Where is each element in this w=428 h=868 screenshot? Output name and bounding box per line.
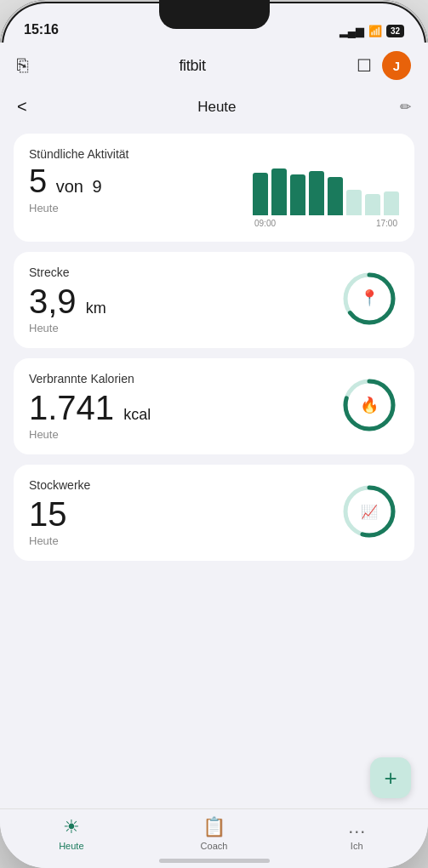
hourly-left: 5 von 9 Heute	[29, 164, 102, 214]
distance-card[interactable]: Strecke 3,9 km Heute 📍	[14, 252, 414, 348]
calories-progress: 🔥	[340, 375, 399, 438]
app-title: fitbit	[179, 57, 205, 75]
scroll-content: Stündliche Aktivität 5 von 9 Heute	[0, 128, 428, 808]
time-end: 17:00	[376, 219, 397, 228]
header: ⎘ fitbit ☐ J	[0, 43, 428, 89]
status-icons: ▂▄▆ 📶 32	[340, 25, 404, 37]
phone-frame: 15:16 ▂▄▆ 📶 32 ⎘ fitbit ☐ J < Heute ✏	[0, 0, 428, 868]
floors-card[interactable]: Stockwerke 15 Heute 📈	[14, 465, 414, 561]
signal-icon: ▂▄▆	[340, 25, 364, 37]
svg-text:🔥: 🔥	[360, 396, 379, 414]
coach-icon: 📋	[203, 816, 225, 838]
hourly-title: Stündliche Aktivität	[29, 147, 399, 161]
fab-button[interactable]: +	[370, 757, 411, 798]
wifi-icon: 📶	[368, 25, 382, 37]
floors-progress: 📈	[340, 482, 399, 545]
calories-number: 1.741	[29, 389, 114, 426]
bar-1	[253, 173, 268, 215]
bars-container	[253, 164, 399, 215]
svg-text:📍: 📍	[360, 288, 379, 307]
header-icons: ☐ J	[357, 51, 411, 80]
hourly-content: 5 von 9 Heute	[29, 164, 399, 228]
hourly-right: 09:00 17:00	[253, 164, 399, 228]
distance-unit: km	[86, 300, 106, 317]
nav-heute[interactable]: ☀ Heute	[0, 816, 143, 851]
messages-icon[interactable]: ☐	[357, 55, 372, 76]
floors-number: 15	[29, 495, 67, 533]
calories-card[interactable]: Verbrannte Kalorien 1.741 kcal Heute 🔥	[14, 358, 414, 454]
hourly-separator: von	[56, 177, 83, 196]
hourly-sub: Heute	[29, 202, 102, 214]
calories-unit: kcal	[123, 406, 151, 423]
svg-text:📈: 📈	[361, 504, 378, 520]
edit-button[interactable]: ✏	[400, 99, 411, 115]
bar-5	[328, 177, 343, 215]
sub-header: < Heute ✏	[0, 89, 428, 128]
distance-progress: 📍	[340, 269, 399, 332]
bar-7	[365, 194, 380, 215]
status-time: 15:16	[24, 22, 59, 37]
distance-number: 3,9	[29, 283, 77, 320]
sub-header-title: Heute	[34, 99, 400, 116]
ich-icon: …	[347, 816, 366, 838]
time-start: 09:00	[254, 219, 276, 228]
nav-ich[interactable]: … Ich	[285, 816, 428, 851]
battery-icon: 32	[386, 25, 404, 37]
ich-label: Ich	[351, 841, 363, 851]
hourly-activity-card[interactable]: Stündliche Aktivität 5 von 9 Heute	[14, 134, 414, 242]
settings-icon[interactable]: ⎘	[17, 54, 28, 77]
time-labels: 09:00 17:00	[253, 219, 399, 228]
bar-8	[384, 191, 399, 215]
heute-icon: ☀	[63, 816, 80, 838]
app-content: ⎘ fitbit ☐ J < Heute ✏ Stündliche Aktivi…	[0, 43, 428, 868]
bar-3	[290, 174, 305, 215]
bar-4	[309, 171, 324, 215]
coach-label: Coach	[201, 841, 228, 851]
back-button[interactable]: <	[17, 94, 34, 120]
bar-2	[271, 168, 287, 215]
avatar[interactable]: J	[382, 51, 411, 80]
nav-coach[interactable]: 📋 Coach	[143, 816, 286, 851]
hourly-value: 5 von 9	[29, 164, 102, 200]
home-indicator	[159, 859, 270, 863]
notch	[159, 0, 270, 29]
hourly-number: 5	[29, 163, 47, 199]
bar-6	[346, 190, 362, 215]
hourly-goal: 9	[93, 177, 102, 196]
heute-label: Heute	[59, 841, 83, 851]
